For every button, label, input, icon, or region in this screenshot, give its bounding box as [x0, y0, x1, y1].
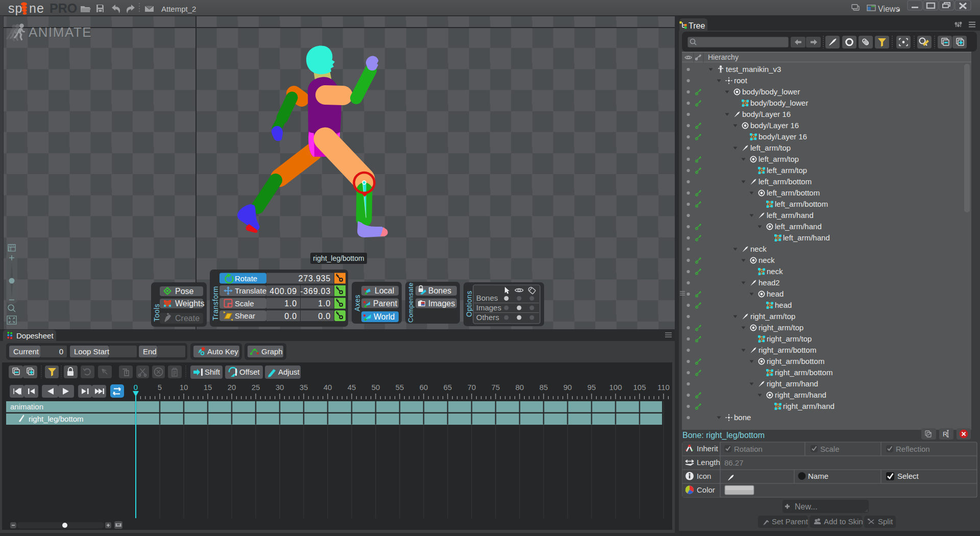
svg-text:Color: Color [697, 485, 715, 494]
svg-text:ne: ne [29, 1, 44, 15]
svg-text:Local: Local [375, 286, 394, 295]
svg-text:Rotate: Rotate [235, 274, 257, 283]
svg-text:1.0: 1.0 [318, 299, 331, 308]
svg-text:Scale: Scale [820, 445, 840, 453]
svg-text:Images: Images [428, 299, 455, 308]
svg-text:Icon: Icon [697, 472, 711, 480]
svg-text:World: World [374, 312, 395, 321]
svg-text:sp: sp [8, 1, 22, 15]
svg-text:273.935: 273.935 [299, 274, 331, 283]
svg-text:Reflection: Reflection [896, 445, 930, 453]
svg-text:1.0: 1.0 [284, 299, 297, 308]
svg-text:Rotation: Rotation [734, 445, 763, 453]
svg-text:PRO: PRO [50, 1, 77, 15]
svg-text:Set Parent: Set Parent [772, 517, 808, 526]
svg-text:400.09: 400.09 [270, 287, 297, 296]
svg-text:Weights: Weights [175, 299, 205, 308]
svg-text:86.27: 86.27 [724, 458, 744, 467]
svg-text:Pose: Pose [175, 287, 194, 296]
svg-text:Bones: Bones [476, 294, 498, 302]
svg-text:Split: Split [878, 517, 893, 526]
svg-text:Images: Images [476, 303, 501, 312]
svg-text:R: R [943, 430, 947, 438]
svg-text:Name: Name [808, 472, 828, 480]
svg-text:0.0: 0.0 [284, 312, 297, 321]
svg-text:Shear: Shear [235, 311, 255, 320]
svg-text:Parent: Parent [373, 299, 398, 308]
svg-text:Add to Skin: Add to Skin [824, 517, 863, 526]
svg-text:Create: Create [175, 314, 200, 323]
svg-text:New...: New... [795, 502, 817, 511]
svg-text:Select: Select [897, 472, 919, 480]
svg-text:Bones: Bones [428, 286, 451, 295]
svg-text:Attempt_2: Attempt_2 [161, 5, 196, 13]
svg-text:0.0: 0.0 [318, 312, 331, 321]
svg-text:Scale: Scale [235, 299, 254, 308]
svg-text:Bone: right_leg/bottom: Bone: right_leg/bottom [682, 431, 765, 440]
svg-text:Others: Others [476, 313, 499, 322]
svg-text:Translate: Translate [235, 286, 266, 295]
svg-text:Length: Length [697, 458, 720, 467]
svg-text:-369.03: -369.03 [300, 287, 331, 296]
svg-text:Inherit: Inherit [697, 444, 719, 453]
svg-text:Views: Views [878, 5, 899, 13]
